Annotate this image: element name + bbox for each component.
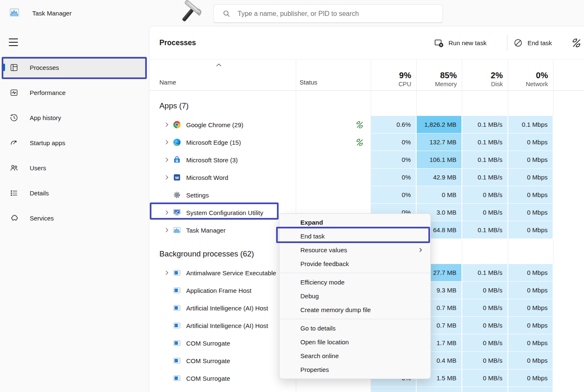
column-header-disk[interactable]: 2% Disk (462, 60, 508, 90)
cell-name: WMicrosoft Word (149, 169, 296, 186)
context-menu-separator (280, 319, 430, 319)
efficiency-mode-button[interactable] (571, 26, 583, 59)
process-row-microsoft-edge-15[interactable]: Microsoft Edge (15)0%132.7 MB0.1 MB/s0 M… (149, 133, 584, 151)
disk-total-percent: 2% (491, 71, 503, 80)
sidebar-item-app-history[interactable]: App history (3, 108, 146, 127)
cell-network: 0 Mbps (508, 169, 553, 186)
cell-disk: 0 MB/s (462, 352, 508, 369)
list-icon (10, 189, 18, 197)
users-icon (10, 164, 18, 172)
cell-status (296, 169, 371, 186)
chevron-right-icon (161, 174, 173, 180)
window-icon (173, 339, 181, 347)
context-menu-item-open-file-location[interactable]: Open file location (279, 335, 430, 349)
app-title: Task Manager (32, 10, 72, 17)
sidebar-item-processes[interactable]: Processes (3, 58, 146, 77)
word-icon: W (173, 173, 181, 182)
sidebar-item-services[interactable]: Services (3, 208, 146, 228)
end-task-button[interactable]: End task (513, 26, 552, 59)
process-row-partial[interactable] (149, 387, 584, 392)
process-row-microsoft-word[interactable]: WMicrosoft Word0%42.9 MB0.1 MB/s0 Mbps (149, 169, 584, 186)
cell-network: 0 Mbps (508, 299, 553, 317)
cell-memory (417, 387, 462, 392)
search-input[interactable] (238, 5, 443, 23)
window-icon (173, 269, 181, 277)
column-header-network[interactable]: 0% Network (508, 60, 553, 90)
cell-disk: 0 MB/s (462, 317, 508, 334)
cell-disk: 0 MB/s (462, 369, 508, 387)
process-name: Microsoft Store (3) (186, 156, 238, 164)
context-menu-item-provide-feedback[interactable]: Provide feedback (279, 257, 430, 271)
group-header-apps-7[interactable]: Apps (7) (149, 91, 584, 116)
page-title: Processes (159, 26, 196, 59)
cell-network: 0 Mbps (508, 369, 553, 387)
hamburger-menu-button[interactable] (8, 38, 19, 47)
search-box[interactable] (213, 4, 443, 23)
cell-network: 0 Mbps (508, 186, 553, 204)
taskmgr-icon (173, 226, 181, 234)
context-menu-item-go-to-details[interactable]: Go to details (279, 321, 430, 335)
toolbar-divider (507, 35, 507, 51)
process-name: Settings (186, 192, 209, 199)
cell-extra (553, 151, 584, 169)
context-menu-item-search-online[interactable]: Search online (279, 349, 430, 363)
context-menu-item-efficiency-mode[interactable]: Efficiency mode (279, 275, 430, 289)
cell-cpu: 0% (371, 169, 417, 186)
svg-text:W: W (175, 175, 179, 180)
run-new-task-button[interactable]: Run new task (434, 26, 487, 59)
cell-network: 0 Mbps (508, 282, 553, 299)
process-row-google-chrome-29[interactable]: Google Chrome (29)0.6%1,826.2 MB0.1 MB/s… (149, 116, 584, 133)
process-name: Artificial Intelligence (AI) Host (186, 322, 268, 329)
cell-name: COM Surrogate (149, 334, 296, 352)
sidebar-item-details[interactable]: Details (3, 183, 146, 202)
cell-disk: 0.1 MB/s (462, 116, 508, 133)
context-menu-item-end-task[interactable]: End task (279, 229, 430, 243)
process-row-microsoft-store-3[interactable]: Microsoft Store (3)0%106.1 MB0.1 MB/s0 M… (149, 151, 584, 169)
sidebar-item-label: Processes (30, 64, 59, 71)
leaf-icon (355, 138, 365, 147)
cell-memory: 132.7 MB (417, 133, 462, 151)
process-row-settings[interactable]: Settings0%0 MB0 MB/s0 Mbps (149, 186, 584, 204)
cell-extra (553, 317, 584, 334)
context-menu-separator (280, 273, 430, 273)
sort-ascending-icon (215, 63, 222, 67)
context-menu-item-properties[interactable]: Properties (279, 363, 430, 377)
cell-network: 0 Mbps (508, 151, 553, 169)
group-label: Background processes (62) (159, 249, 254, 259)
process-name: Application Frame Host (186, 287, 251, 294)
process-name: System Configuration Utility (186, 209, 263, 216)
context-menu-item-debug[interactable]: Debug (279, 289, 430, 303)
performance-icon (10, 88, 18, 97)
cell-extra (553, 264, 584, 282)
cell-disk: 0 MB/s (462, 282, 508, 299)
chevron-right-icon (161, 227, 173, 233)
cell-network (508, 387, 553, 392)
cell-extra (553, 282, 584, 299)
store-icon (173, 156, 181, 164)
context-menu-item-expand[interactable]: Expand (279, 215, 430, 229)
context-menu-item-create-memory-dump-file[interactable]: Create memory dump file (279, 303, 430, 317)
column-header-name[interactable]: Name (149, 60, 296, 90)
puzzle-icon (10, 214, 18, 223)
process-name: Microsoft Word (186, 174, 228, 181)
context-menu-item-resource-values[interactable]: Resource values (279, 243, 430, 257)
window-icon (173, 374, 181, 382)
sidebar-item-performance[interactable]: Performance (3, 83, 146, 102)
column-header-memory[interactable]: 85% Memory (417, 60, 462, 90)
cell-disk: 0 MB/s (462, 186, 508, 204)
process-name: COM Surrogate (186, 375, 230, 382)
column-header-cpu[interactable]: 9% CPU (371, 60, 417, 90)
cell-network: 0.1 Mbps (508, 116, 553, 133)
leaf-icon (355, 120, 365, 130)
process-name: Google Chrome (29) (186, 121, 243, 128)
cell-extra (553, 133, 584, 151)
sidebar-item-startup-apps[interactable]: Startup apps (3, 133, 146, 152)
sidebar-item-users[interactable]: Users (3, 158, 146, 177)
column-header-status[interactable]: Status (296, 60, 371, 90)
cell-name: Microsoft Store (3) (149, 151, 296, 169)
sidebar-list: ProcessesPerformanceApp historyStartup a… (0, 58, 149, 228)
cell-name: Antimalware Service Executable (149, 264, 296, 282)
cell-extra (553, 369, 584, 387)
chevron-right-icon (161, 139, 173, 145)
cell-status (296, 186, 371, 204)
